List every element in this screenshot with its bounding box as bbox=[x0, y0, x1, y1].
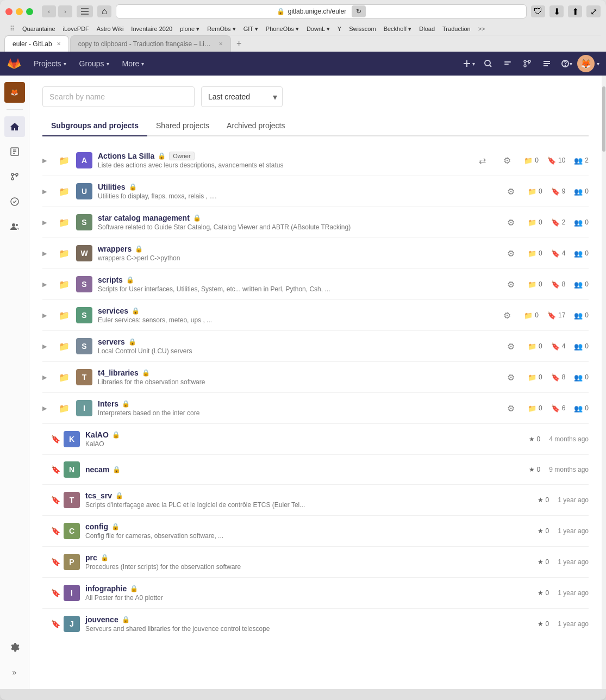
project-name[interactable]: wrappers bbox=[98, 245, 132, 253]
project-name[interactable]: jouvence bbox=[85, 615, 118, 624]
settings-button[interactable]: ⚙ bbox=[503, 400, 519, 416]
project-name[interactable]: prc bbox=[85, 553, 97, 562]
refresh-button[interactable]: ↻ bbox=[352, 5, 366, 17]
tab-archived[interactable]: Archived projects bbox=[218, 116, 293, 136]
bookmark-swisscom[interactable]: Swisscom bbox=[349, 26, 376, 32]
expand-arrow[interactable]: ▶ bbox=[42, 405, 51, 412]
gitlab-logo[interactable] bbox=[7, 56, 22, 71]
back-button[interactable]: ‹ bbox=[42, 5, 56, 17]
nav-projects[interactable]: Projects ▾ bbox=[28, 57, 72, 70]
sidebar-item-members[interactable] bbox=[4, 216, 25, 237]
bookmark-plone[interactable]: plone ▾ bbox=[180, 26, 199, 33]
minimize-button[interactable] bbox=[16, 8, 23, 15]
bookmarks-more[interactable]: >> bbox=[478, 26, 485, 32]
project-info: KalAO 🔒 KalAO bbox=[85, 430, 529, 448]
expand-arrow[interactable]: ▶ bbox=[42, 312, 51, 319]
settings-button[interactable]: ⚙ bbox=[499, 307, 515, 323]
fork-button[interactable]: ⇄ bbox=[474, 152, 490, 168]
merge-request-button[interactable] bbox=[518, 55, 536, 72]
sidebar-item-settings[interactable] bbox=[4, 637, 25, 658]
shield-button[interactable]: 🛡 bbox=[531, 5, 545, 17]
project-name[interactable]: Inters bbox=[98, 399, 118, 408]
bookmark-dload[interactable]: Dload bbox=[419, 26, 435, 32]
download-button[interactable]: ⬇ bbox=[549, 5, 564, 17]
project-name[interactable]: Actions La Silla bbox=[98, 152, 154, 160]
sort-select[interactable]: Last created Name Last updated bbox=[201, 86, 283, 107]
sidebar-item-merge-requests[interactable] bbox=[4, 166, 25, 187]
nav-groups[interactable]: Groups ▾ bbox=[74, 57, 115, 70]
bookmark-phoneobs[interactable]: PhoneObs ▾ bbox=[266, 26, 299, 33]
home-button[interactable]: ⌂ bbox=[97, 5, 111, 17]
new-project-button[interactable]: ▾ bbox=[460, 55, 477, 72]
help-button[interactable]: ▾ bbox=[558, 55, 575, 72]
bookmark-downl[interactable]: DownL ▾ bbox=[307, 26, 330, 33]
bookmark-traduction[interactable]: Traduction bbox=[442, 26, 471, 32]
scrollbar[interactable] bbox=[602, 76, 606, 689]
settings-button[interactable]: ⚙ bbox=[503, 245, 519, 261]
expand-arrow[interactable]: ▶ bbox=[42, 281, 51, 288]
sidebar-item-home[interactable] bbox=[4, 116, 25, 137]
gitlab-navbar: Projects ▾ Groups ▾ More ▾ ▾ bbox=[0, 52, 606, 76]
project-name[interactable]: KalAO bbox=[85, 430, 109, 439]
sidebar-item-ci-cd[interactable] bbox=[4, 191, 25, 212]
bookmark-y[interactable]: Y bbox=[338, 26, 341, 32]
search-input[interactable] bbox=[42, 86, 195, 107]
share-button[interactable]: ⬆ bbox=[568, 5, 582, 17]
bookmark-beckhoff[interactable]: Beckhoff ▾ bbox=[384, 26, 412, 33]
project-name[interactable]: services bbox=[98, 307, 128, 315]
sidebar-expand-button[interactable]: » bbox=[4, 662, 25, 683]
project-name[interactable]: infographie bbox=[85, 584, 127, 593]
tab-euler[interactable]: euler - GitLab ✕ bbox=[4, 35, 69, 52]
lock-icon: 🔒 bbox=[135, 245, 143, 253]
project-name[interactable]: t4_libraries bbox=[98, 368, 139, 377]
project-meta: ⚙ 📁0 🔖4 👥0 bbox=[503, 338, 589, 354]
settings-button[interactable]: ⚙ bbox=[503, 276, 519, 292]
project-name[interactable]: servers bbox=[98, 338, 125, 346]
settings-button[interactable]: ⚙ bbox=[503, 338, 519, 354]
project-desc: Scripts d'interfaçage avec la PLC et le … bbox=[85, 501, 357, 509]
expand-arrow[interactable]: ▶ bbox=[42, 188, 51, 195]
expand-arrow[interactable]: ▶ bbox=[42, 250, 51, 257]
scrollbar-thumb[interactable] bbox=[602, 86, 605, 152]
new-tab-button[interactable]: + bbox=[232, 36, 246, 51]
expand-arrow[interactable]: ▶ bbox=[42, 343, 51, 350]
maximize-button[interactable] bbox=[26, 8, 33, 15]
project-name[interactable]: Utilities bbox=[98, 183, 126, 191]
bookmark-ilovepdf[interactable]: iLovePDF bbox=[63, 26, 89, 32]
bookmark-inventaire[interactable]: Inventaire 2020 bbox=[131, 26, 172, 32]
sidebar-item-repository[interactable] bbox=[4, 141, 25, 162]
fullscreen-button[interactable]: ⤢ bbox=[586, 5, 601, 17]
close-button[interactable] bbox=[5, 8, 13, 15]
settings-button[interactable]: ⚙ bbox=[499, 152, 515, 168]
bookmark-astro-wiki[interactable]: Astro Wiki bbox=[97, 26, 124, 32]
expand-arrow[interactable]: ▶ bbox=[42, 219, 51, 226]
nav-more[interactable]: More ▾ bbox=[117, 57, 150, 70]
project-name[interactable]: necam bbox=[85, 465, 109, 474]
tab-traduction[interactable]: copy to clipboard - Traduction française… bbox=[70, 35, 231, 52]
expand-arrow[interactable]: ▶ bbox=[42, 157, 51, 164]
tab-close-euler[interactable]: ✕ bbox=[57, 41, 61, 47]
group-avatar[interactable]: 🦊 bbox=[4, 82, 25, 103]
settings-button[interactable]: ⚙ bbox=[503, 369, 519, 385]
project-name[interactable]: scripts bbox=[98, 276, 123, 284]
settings-button[interactable]: ⚙ bbox=[503, 183, 519, 199]
url-bar[interactable]: 🔒 gitlab.unige.ch/euler ↻ bbox=[116, 4, 527, 18]
issue-button[interactable] bbox=[499, 55, 516, 72]
bookmark-git[interactable]: GIT ▾ bbox=[243, 26, 258, 33]
bookmark-remobs[interactable]: RemObs ▾ bbox=[207, 26, 235, 33]
settings-button[interactable]: ⚙ bbox=[503, 214, 519, 230]
sidebar-toggle-button[interactable] bbox=[77, 5, 93, 17]
todos-button[interactable] bbox=[538, 55, 555, 72]
bookmark-quarantaine[interactable]: Quarantaine bbox=[22, 26, 55, 32]
expand-arrow[interactable]: ▶ bbox=[42, 374, 51, 381]
user-avatar[interactable]: 🦊 bbox=[577, 55, 595, 72]
project-name[interactable]: config bbox=[85, 522, 108, 531]
project-avatar: J bbox=[64, 616, 80, 632]
forward-button[interactable]: › bbox=[58, 5, 72, 17]
project-name[interactable]: star catalog management bbox=[98, 214, 190, 222]
search-button[interactable] bbox=[479, 55, 497, 72]
tab-close-traduction[interactable]: ✕ bbox=[218, 41, 223, 47]
project-name[interactable]: tcs_srv bbox=[85, 491, 112, 500]
tab-subgroups[interactable]: Subgroups and projects bbox=[42, 116, 147, 136]
tab-shared[interactable]: Shared projects bbox=[147, 116, 218, 136]
